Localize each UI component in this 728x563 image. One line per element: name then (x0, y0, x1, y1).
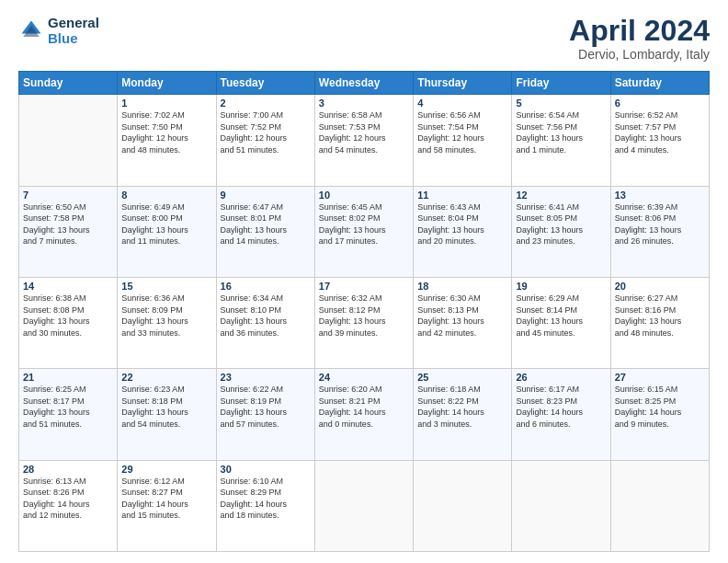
day-cell: 30Sunrise: 6:10 AM Sunset: 8:29 PM Dayli… (216, 460, 314, 551)
day-info: Sunrise: 6:38 AM Sunset: 8:08 PM Dayligh… (23, 293, 113, 339)
day-number: 1 (121, 98, 211, 109)
logo-text: General Blue (48, 15, 99, 47)
day-cell: 3Sunrise: 6:58 AM Sunset: 7:53 PM Daylig… (314, 95, 413, 186)
day-number: 9 (221, 190, 311, 201)
week-row-4: 21Sunrise: 6:25 AM Sunset: 8:17 PM Dayli… (19, 369, 710, 460)
day-info: Sunrise: 6:30 AM Sunset: 8:13 PM Dayligh… (417, 293, 507, 339)
day-info: Sunrise: 6:58 AM Sunset: 7:53 PM Dayligh… (319, 109, 409, 155)
page: General Blue April 2024 Dervio, Lombardy… (0, 0, 728, 563)
day-number: 21 (23, 372, 113, 383)
day-info: Sunrise: 6:50 AM Sunset: 7:58 PM Dayligh… (23, 201, 113, 247)
day-number: 10 (319, 190, 409, 201)
day-info: Sunrise: 6:12 AM Sunset: 8:27 PM Dayligh… (121, 476, 211, 522)
logo-icon (18, 17, 44, 43)
day-info: Sunrise: 6:54 AM Sunset: 7:56 PM Dayligh… (516, 109, 606, 155)
week-row-5: 28Sunrise: 6:13 AM Sunset: 8:26 PM Dayli… (19, 460, 710, 551)
day-cell (19, 95, 118, 186)
day-cell: 11Sunrise: 6:43 AM Sunset: 8:04 PM Dayli… (414, 186, 512, 277)
calendar-header-row: SundayMondayTuesdayWednesdayThursdayFrid… (19, 72, 710, 95)
day-number: 17 (319, 281, 409, 292)
day-cell: 22Sunrise: 6:23 AM Sunset: 8:18 PM Dayli… (118, 369, 216, 460)
day-number: 15 (121, 281, 211, 292)
day-number: 27 (615, 372, 705, 383)
day-number: 13 (615, 190, 705, 201)
logo: General Blue (18, 15, 99, 47)
day-number: 16 (221, 281, 311, 292)
day-number: 5 (516, 98, 606, 109)
week-row-1: 1Sunrise: 7:02 AM Sunset: 7:50 PM Daylig… (19, 95, 710, 186)
column-header-wednesday: Wednesday (314, 72, 413, 95)
day-number: 18 (417, 281, 507, 292)
day-cell: 17Sunrise: 6:32 AM Sunset: 8:12 PM Dayli… (314, 277, 413, 368)
day-cell: 19Sunrise: 6:29 AM Sunset: 8:14 PM Dayli… (512, 277, 610, 368)
day-number: 7 (23, 190, 113, 201)
day-info: Sunrise: 6:15 AM Sunset: 8:25 PM Dayligh… (615, 384, 705, 430)
column-header-saturday: Saturday (610, 72, 709, 95)
column-header-thursday: Thursday (414, 72, 512, 95)
day-number: 25 (417, 372, 507, 383)
day-cell (512, 460, 610, 551)
calendar-table: SundayMondayTuesdayWednesdayThursdayFrid… (18, 71, 710, 552)
day-number: 3 (319, 98, 409, 109)
day-info: Sunrise: 6:43 AM Sunset: 8:04 PM Dayligh… (417, 201, 507, 247)
day-number: 29 (121, 464, 211, 475)
day-number: 6 (615, 98, 705, 109)
day-number: 19 (516, 281, 606, 292)
day-cell: 15Sunrise: 6:36 AM Sunset: 8:09 PM Dayli… (118, 277, 216, 368)
day-info: Sunrise: 6:23 AM Sunset: 8:18 PM Dayligh… (121, 384, 211, 430)
day-number: 14 (23, 281, 113, 292)
day-info: Sunrise: 6:52 AM Sunset: 7:57 PM Dayligh… (615, 109, 705, 155)
day-cell: 7Sunrise: 6:50 AM Sunset: 7:58 PM Daylig… (19, 186, 118, 277)
day-number: 22 (121, 372, 211, 383)
day-info: Sunrise: 6:39 AM Sunset: 8:06 PM Dayligh… (615, 201, 705, 247)
day-number: 30 (221, 464, 311, 475)
day-info: Sunrise: 6:29 AM Sunset: 8:14 PM Dayligh… (516, 293, 606, 339)
title-block: April 2024 Dervio, Lombardy, Italy (569, 15, 710, 62)
day-cell: 26Sunrise: 6:17 AM Sunset: 8:23 PM Dayli… (512, 369, 610, 460)
day-info: Sunrise: 6:36 AM Sunset: 8:09 PM Dayligh… (121, 293, 211, 339)
day-cell (610, 460, 709, 551)
day-info: Sunrise: 6:17 AM Sunset: 8:23 PM Dayligh… (516, 384, 606, 430)
day-number: 28 (23, 464, 113, 475)
day-cell: 10Sunrise: 6:45 AM Sunset: 8:02 PM Dayli… (314, 186, 413, 277)
column-header-friday: Friday (512, 72, 610, 95)
week-row-2: 7Sunrise: 6:50 AM Sunset: 7:58 PM Daylig… (19, 186, 710, 277)
day-cell: 1Sunrise: 7:02 AM Sunset: 7:50 PM Daylig… (118, 95, 216, 186)
header: General Blue April 2024 Dervio, Lombardy… (18, 15, 710, 62)
day-info: Sunrise: 6:34 AM Sunset: 8:10 PM Dayligh… (221, 293, 311, 339)
day-cell: 4Sunrise: 6:56 AM Sunset: 7:54 PM Daylig… (414, 95, 512, 186)
day-cell: 8Sunrise: 6:49 AM Sunset: 8:00 PM Daylig… (118, 186, 216, 277)
day-cell: 14Sunrise: 6:38 AM Sunset: 8:08 PM Dayli… (19, 277, 118, 368)
day-cell: 18Sunrise: 6:30 AM Sunset: 8:13 PM Dayli… (414, 277, 512, 368)
day-info: Sunrise: 6:27 AM Sunset: 8:16 PM Dayligh… (615, 293, 705, 339)
day-info: Sunrise: 7:02 AM Sunset: 7:50 PM Dayligh… (121, 109, 211, 155)
day-info: Sunrise: 6:20 AM Sunset: 8:21 PM Dayligh… (319, 384, 409, 430)
day-number: 24 (319, 372, 409, 383)
day-info: Sunrise: 6:47 AM Sunset: 8:01 PM Dayligh… (221, 201, 311, 247)
day-info: Sunrise: 6:13 AM Sunset: 8:26 PM Dayligh… (23, 476, 113, 522)
day-info: Sunrise: 6:32 AM Sunset: 8:12 PM Dayligh… (319, 293, 409, 339)
day-info: Sunrise: 6:22 AM Sunset: 8:19 PM Dayligh… (221, 384, 311, 430)
day-info: Sunrise: 6:41 AM Sunset: 8:05 PM Dayligh… (516, 201, 606, 247)
day-cell: 5Sunrise: 6:54 AM Sunset: 7:56 PM Daylig… (512, 95, 610, 186)
day-number: 2 (221, 98, 311, 109)
day-number: 20 (615, 281, 705, 292)
day-cell: 24Sunrise: 6:20 AM Sunset: 8:21 PM Dayli… (314, 369, 413, 460)
column-header-sunday: Sunday (19, 72, 118, 95)
day-info: Sunrise: 6:18 AM Sunset: 8:22 PM Dayligh… (417, 384, 507, 430)
day-cell (314, 460, 413, 551)
day-info: Sunrise: 6:25 AM Sunset: 8:17 PM Dayligh… (23, 384, 113, 430)
day-number: 23 (221, 372, 311, 383)
day-info: Sunrise: 7:00 AM Sunset: 7:52 PM Dayligh… (221, 109, 311, 155)
day-info: Sunrise: 6:56 AM Sunset: 7:54 PM Dayligh… (417, 109, 507, 155)
day-cell: 29Sunrise: 6:12 AM Sunset: 8:27 PM Dayli… (118, 460, 216, 551)
day-number: 4 (417, 98, 507, 109)
day-cell: 6Sunrise: 6:52 AM Sunset: 7:57 PM Daylig… (610, 95, 709, 186)
day-cell: 27Sunrise: 6:15 AM Sunset: 8:25 PM Dayli… (610, 369, 709, 460)
main-title: April 2024 (569, 15, 710, 47)
day-cell: 13Sunrise: 6:39 AM Sunset: 8:06 PM Dayli… (610, 186, 709, 277)
day-cell: 21Sunrise: 6:25 AM Sunset: 8:17 PM Dayli… (19, 369, 118, 460)
day-number: 11 (417, 190, 507, 201)
subtitle: Dervio, Lombardy, Italy (569, 47, 710, 62)
column-header-tuesday: Tuesday (216, 72, 314, 95)
